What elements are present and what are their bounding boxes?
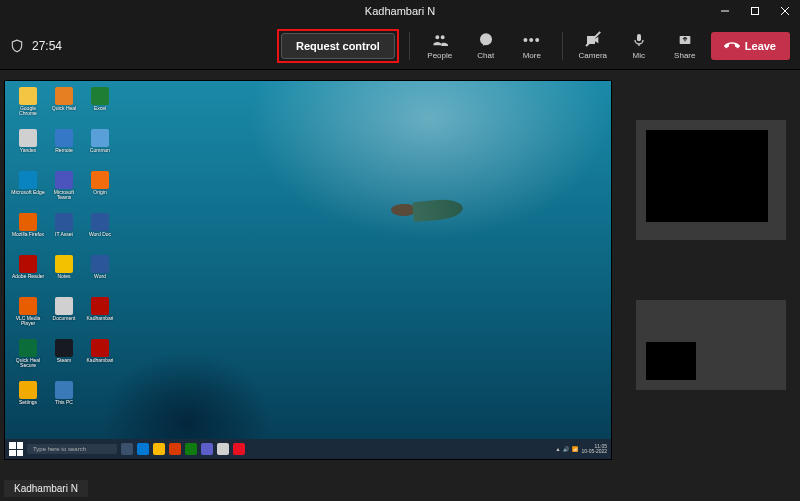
desktop-icon-label: Origin xyxy=(93,190,106,195)
app-icon xyxy=(91,339,109,357)
desktop-icon-label: Quick Heal xyxy=(52,106,76,111)
desktop-icons-grid: Google ChromeQuick HealExcelYandexRemote… xyxy=(11,87,117,421)
more-button[interactable]: ••• More xyxy=(512,26,552,66)
desktop-icon-label: Steam xyxy=(57,358,71,363)
desktop-icon[interactable]: Remote xyxy=(47,129,81,169)
leave-label: Leave xyxy=(745,40,776,52)
desktop-icon[interactable]: Origin xyxy=(83,171,117,211)
participants-sidebar xyxy=(624,70,800,501)
chat-label: Chat xyxy=(477,51,494,60)
more-icon: ••• xyxy=(523,31,541,49)
minimize-button[interactable] xyxy=(710,0,740,22)
desktop-icon[interactable]: Mozilla Firefox xyxy=(11,213,45,253)
taskbar-app-icon[interactable] xyxy=(201,443,213,455)
app-icon xyxy=(91,213,109,231)
taskbar-app-icon[interactable] xyxy=(233,443,245,455)
window-controls xyxy=(710,0,800,22)
desktop-icon[interactable]: VLC Media Player xyxy=(11,297,45,337)
taskbar-app-icon[interactable] xyxy=(185,443,197,455)
camera-button[interactable]: Camera xyxy=(573,26,613,66)
desktop-icon[interactable]: Steam xyxy=(47,339,81,379)
app-icon xyxy=(19,171,37,189)
desktop-icon-label: Microsoft Teams xyxy=(47,190,81,200)
window-title: Kadhambari N xyxy=(365,5,435,17)
remote-taskbar: Type here to search ▲ 🔊 📶 11:05 10-05-20… xyxy=(5,439,611,459)
mic-label: Mic xyxy=(633,51,645,60)
desktop-icon[interactable]: Quick Heal Secure xyxy=(11,339,45,379)
system-tray[interactable]: ▲ 🔊 📶 11:05 10-05-2022 xyxy=(555,444,607,454)
shared-screen[interactable]: Google ChromeQuick HealExcelYandexRemote… xyxy=(4,80,612,460)
desktop-icon[interactable]: Settings xyxy=(11,381,45,421)
desktop-icon[interactable]: Document xyxy=(47,297,81,337)
desktop-icon-label: Mozilla Firefox xyxy=(12,232,44,237)
desktop-icon[interactable]: Microsoft Edge xyxy=(11,171,45,211)
desktop-icon-label: Excel xyxy=(94,106,106,111)
desktop-icon[interactable]: Notes xyxy=(47,255,81,295)
desktop-icon-label: Quick Heal Secure xyxy=(11,358,45,368)
svg-rect-5 xyxy=(637,34,641,41)
app-icon xyxy=(91,87,109,105)
desktop-icon-label: Settings xyxy=(19,400,37,405)
desktop-icon[interactable]: This PC xyxy=(47,381,81,421)
request-control-button[interactable]: Request control xyxy=(281,33,395,59)
people-icon xyxy=(431,31,449,49)
desktop-icon[interactable]: Excel xyxy=(83,87,117,127)
start-button[interactable] xyxy=(9,442,23,456)
taskbar-search[interactable]: Type here to search xyxy=(27,444,117,454)
share-icon xyxy=(676,31,694,49)
desktop-icon-label: Microsoft Edge xyxy=(11,190,44,195)
close-button[interactable] xyxy=(770,0,800,22)
presenter-name-tag: Kadhambari N xyxy=(4,480,88,497)
desktop-icon[interactable]: Kadhambari xyxy=(83,297,117,337)
chat-button[interactable]: Chat xyxy=(466,26,506,66)
app-icon xyxy=(91,129,109,147)
desktop-icon-label: Kadhambari xyxy=(87,358,114,363)
desktop-icon[interactable]: Microsoft Teams xyxy=(47,171,81,211)
svg-point-4 xyxy=(480,34,491,45)
call-timer: 27:54 xyxy=(32,39,62,53)
leave-button[interactable]: Leave xyxy=(711,32,790,60)
people-label: People xyxy=(427,51,452,60)
desktop-icon[interactable]: IT Asset xyxy=(47,213,81,253)
desktop-icon[interactable]: Yandex xyxy=(11,129,45,169)
desktop-icon-label: Kadhambari xyxy=(87,316,114,321)
taskbar-app-icon[interactable] xyxy=(153,443,165,455)
desktop-icon[interactable]: Kadhambari xyxy=(83,339,117,379)
app-icon xyxy=(19,381,37,399)
share-label: Share xyxy=(674,51,695,60)
participant-thumbnail[interactable] xyxy=(636,300,786,390)
app-icon xyxy=(55,213,73,231)
mic-button[interactable]: Mic xyxy=(619,26,659,66)
taskbar-app-icon[interactable] xyxy=(137,443,149,455)
camera-off-icon xyxy=(584,31,602,49)
desktop-icon[interactable]: Word xyxy=(83,255,117,295)
people-button[interactable]: People xyxy=(420,26,460,66)
desktop-icon-label: Common xyxy=(90,148,110,153)
desktop-icon[interactable]: Common xyxy=(83,129,117,169)
taskbar-app-icon[interactable] xyxy=(121,443,133,455)
app-icon xyxy=(19,255,37,273)
wallpaper-graphic xyxy=(391,196,471,226)
desktop-icon-label: Google Chrome xyxy=(11,106,45,116)
participant-thumbnail[interactable] xyxy=(636,120,786,240)
desktop-icon-label: IT Asset xyxy=(55,232,73,237)
maximize-button[interactable] xyxy=(740,0,770,22)
taskbar-app-icon[interactable] xyxy=(169,443,181,455)
desktop-icon-label: Word Doc xyxy=(89,232,111,237)
desktop-icon[interactable]: Quick Heal xyxy=(47,87,81,127)
app-icon xyxy=(91,255,109,273)
shield-icon xyxy=(10,38,24,54)
more-label: More xyxy=(523,51,541,60)
desktop-icon-label: This PC xyxy=(55,400,73,405)
desktop-icon[interactable]: Word Doc xyxy=(83,213,117,253)
share-button[interactable]: Share xyxy=(665,26,705,66)
desktop-icon-label: Adobe Reader xyxy=(12,274,44,279)
hangup-icon xyxy=(722,36,742,56)
desktop-icon[interactable]: Adobe Reader xyxy=(11,255,45,295)
taskbar-app-icon[interactable] xyxy=(217,443,229,455)
call-toolbar: 27:54 Request control People Chat ••• Mo… xyxy=(0,22,800,70)
main-area: Google ChromeQuick HealExcelYandexRemote… xyxy=(0,70,800,501)
taskbar-date: 10-05-2022 xyxy=(581,449,607,454)
desktop-icon[interactable]: Google Chrome xyxy=(11,87,45,127)
app-icon xyxy=(19,213,37,231)
